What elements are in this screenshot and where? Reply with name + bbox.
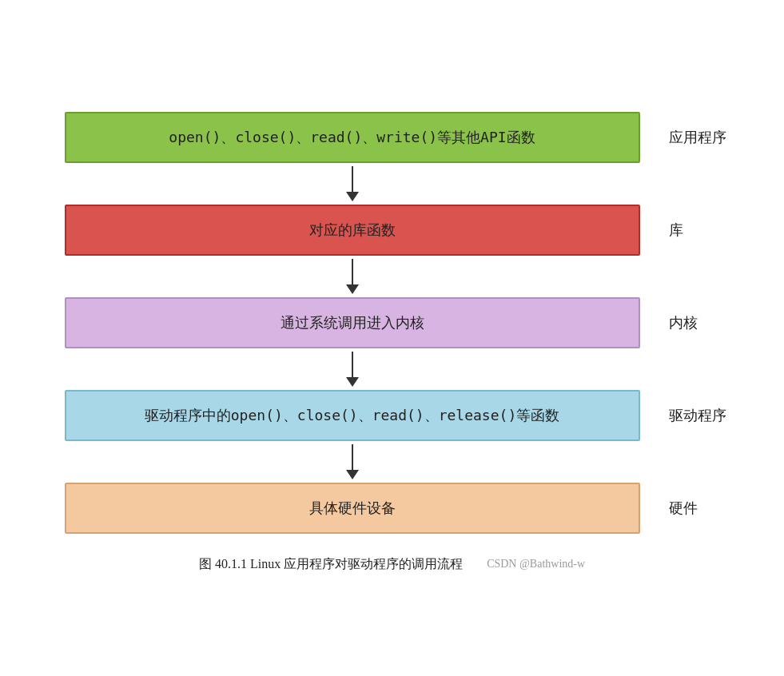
box-app-api: open()、close()、read()、write()等其他API函数 — [65, 112, 640, 163]
arrow-head-1 — [346, 192, 359, 201]
arrow-col-2 — [65, 256, 640, 297]
row-lib: 对应的库函数 库 — [49, 205, 736, 256]
label-driver: 驱动程序 — [656, 406, 736, 425]
arrow-2 — [49, 256, 736, 297]
arrow-head-2 — [346, 284, 359, 294]
label-kernel: 内核 — [656, 313, 736, 332]
box-wrapper-kernel: 通过系统调用进入内核 — [49, 297, 656, 348]
arrow-spacer-1 — [640, 163, 720, 205]
arrow-col-3 — [65, 348, 640, 390]
row-app: open()、close()、read()、write()等其他API函数 应用… — [49, 112, 736, 163]
row-hardware: 具体硬件设备 硬件 — [49, 483, 736, 534]
arrow-4 — [49, 441, 736, 483]
arrow-col-1 — [65, 163, 640, 205]
arrow-spacer-3 — [640, 348, 720, 390]
arrow-1 — [49, 163, 736, 205]
box-wrapper-app: open()、close()、read()、write()等其他API函数 — [49, 112, 656, 163]
box-driver-func: 驱动程序中的open()、close()、read()、release()等函数 — [65, 390, 640, 441]
label-hardware: 硬件 — [656, 499, 736, 518]
arrow-head-4 — [346, 470, 359, 479]
label-lib: 库 — [656, 221, 736, 240]
box-wrapper-hardware: 具体硬件设备 — [49, 483, 656, 534]
label-app: 应用程序 — [656, 128, 736, 147]
diagram-container: open()、close()、read()、write()等其他API函数 应用… — [33, 88, 752, 589]
box-hardware: 具体硬件设备 — [65, 483, 640, 534]
row-kernel: 通过系统调用进入内核 内核 — [49, 297, 736, 348]
box-syscall: 通过系统调用进入内核 — [65, 297, 640, 348]
arrow-head-3 — [346, 377, 359, 387]
arrow-3 — [49, 348, 736, 390]
caption: 图 40.1.1 Linux 应用程序对驱动程序的调用流程 CSDN @Bath… — [49, 556, 736, 573]
box-wrapper-driver: 驱动程序中的open()、close()、read()、release()等函数 — [49, 390, 656, 441]
row-driver: 驱动程序中的open()、close()、read()、release()等函数… — [49, 390, 736, 441]
box-wrapper-lib: 对应的库函数 — [49, 205, 656, 256]
arrow-spacer-4 — [640, 441, 720, 483]
diagram-title: 图 40.1.1 Linux 应用程序对驱动程序的调用流程 — [199, 556, 463, 573]
brand-label: CSDN @Bathwind-w — [487, 558, 585, 571]
arrow-col-4 — [65, 441, 640, 483]
box-lib-func: 对应的库函数 — [65, 205, 640, 256]
arrow-spacer-2 — [640, 256, 720, 297]
